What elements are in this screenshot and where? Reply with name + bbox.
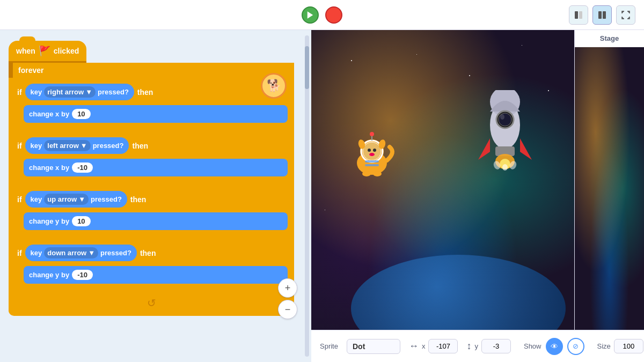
pressed-label-2: pressed?	[93, 142, 124, 150]
hat-block: when 🚩 clicked	[9, 41, 86, 63]
stage-area: Stage	[311, 30, 644, 330]
pressed-label-3: pressed?	[91, 195, 122, 203]
sprite-icon-code: 🐕	[261, 73, 287, 99]
key-dropdown-2[interactable]: left arrow ▼	[44, 140, 90, 151]
zoom-in-button[interactable]: +	[278, 278, 297, 298]
change-y-value-4[interactable]: -10	[72, 270, 93, 280]
then-label-3: then	[130, 195, 147, 204]
size-input[interactable]	[614, 339, 643, 353]
layout-code-button[interactable]	[569, 5, 588, 25]
zoom-controls: + −	[278, 278, 297, 319]
pressed-label-4: pressed?	[100, 249, 131, 257]
then-label-1: then	[137, 88, 153, 97]
stage-thumbnail[interactable]	[575, 47, 644, 330]
if-label-1: if	[17, 88, 22, 97]
svg-point-15	[370, 132, 374, 136]
change-y-block-3: change y by 10	[24, 212, 288, 230]
svg-point-18	[362, 171, 371, 176]
layout-split-button[interactable]	[592, 5, 612, 25]
y-label: y	[474, 342, 478, 350]
svg-marker-0	[308, 11, 313, 19]
svg-rect-1	[575, 11, 578, 19]
key-dropdown-1[interactable]: right arrow ▼	[44, 86, 96, 98]
pressed-label-1: pressed?	[98, 88, 129, 96]
stop-button[interactable]	[325, 6, 342, 24]
svg-point-9	[368, 149, 371, 152]
code-panel: 🐕 when 🚩 clicked forever	[0, 30, 311, 362]
if-block-1-header: if key right arrow ▼ pressed? then	[13, 81, 290, 103]
change-x-block-2: change x by -10	[24, 159, 288, 176]
key-value-3: up arrow	[47, 195, 77, 203]
stage-label: Stage	[575, 30, 644, 47]
key-pressed-1: key right arrow ▼ pressed?	[25, 84, 134, 100]
stage-canvas[interactable]	[311, 30, 574, 330]
change-y-value-3[interactable]: 10	[72, 216, 90, 226]
change-x-label-1: change x by	[29, 110, 69, 118]
x-coord-group: ↔ x	[409, 339, 458, 353]
change-x-value-2[interactable]: -10	[72, 162, 93, 173]
key-label-3: key	[31, 195, 42, 203]
fullscreen-button[interactable]	[616, 5, 635, 25]
change-y-block-4: change y by -10	[24, 266, 288, 284]
blocks-area: 🐕 when 🚩 clicked forever	[0, 30, 303, 362]
if-label-2: if	[17, 142, 22, 150]
control-buttons	[302, 6, 342, 24]
key-dropdown-4[interactable]: down arrow ▼	[44, 247, 98, 258]
y-input[interactable]	[481, 339, 511, 353]
stage-thumb-bg	[575, 47, 644, 330]
main-area: 🐕 when 🚩 clicked forever	[0, 30, 644, 362]
if-block-4-header: if key down arrow ▼ pressed? then	[13, 242, 290, 264]
svg-rect-17	[365, 164, 379, 166]
svg-point-19	[373, 171, 382, 176]
svg-point-10	[373, 149, 376, 152]
svg-rect-16	[365, 160, 379, 162]
if-block-3-header: if key up arrow ▼ pressed? then	[13, 188, 290, 210]
forever-label: forever	[18, 66, 43, 75]
key-label-2: key	[31, 142, 42, 150]
clicked-label: clicked	[54, 47, 79, 55]
bottom-bar: Sprite ↔ x ↕ y Show 👁 ⊘ Size	[311, 330, 644, 362]
key-pressed-4: key down arrow ▼ pressed?	[25, 245, 137, 261]
svg-point-23	[499, 113, 511, 126]
sprite-label: Sprite	[320, 342, 338, 350]
stage-side-panel: Stage	[574, 30, 644, 330]
key-value-1: right arrow	[47, 88, 84, 96]
show-group: Show 👁 ⊘	[524, 338, 584, 355]
x-input[interactable]	[428, 339, 458, 353]
key-label-1: key	[31, 88, 42, 96]
change-x-label-2: change x by	[29, 164, 69, 172]
code-scrollbar[interactable]	[305, 35, 309, 357]
then-label-2: then	[132, 142, 148, 150]
size-group: Size	[597, 339, 643, 353]
flag-icon-small: 🚩	[39, 45, 50, 57]
y-coord-group: ↕ y	[466, 339, 511, 353]
if-block-2-header: if key left arrow ▼ pressed? then	[13, 135, 290, 157]
key-value-2: left arrow	[47, 142, 79, 150]
then-label-4: then	[140, 249, 156, 257]
change-y-label-4: change y by	[29, 271, 69, 279]
change-y-label-3: change y by	[29, 217, 69, 225]
svg-rect-4	[603, 11, 606, 19]
show-button[interactable]: 👁	[546, 338, 563, 355]
dog-sprite[interactable]	[348, 131, 396, 181]
show-label: Show	[524, 342, 541, 350]
rocket-sprite[interactable]	[473, 90, 537, 175]
x-label: x	[422, 342, 426, 350]
zoom-out-button[interactable]: −	[278, 300, 297, 319]
y-axis-icon: ↕	[466, 341, 471, 352]
svg-point-8	[363, 142, 381, 160]
svg-point-11	[369, 153, 375, 156]
layout-controls	[569, 5, 635, 25]
green-flag-button[interactable]	[302, 6, 319, 24]
size-label: Size	[597, 342, 611, 350]
svg-rect-3	[598, 11, 602, 19]
sprite-name-input[interactable]	[347, 339, 400, 354]
if-label-4: if	[17, 249, 22, 257]
key-dropdown-3[interactable]: up arrow ▼	[44, 194, 89, 205]
hide-button[interactable]: ⊘	[567, 338, 584, 355]
key-label-4: key	[31, 249, 42, 257]
change-x-value-1[interactable]: 10	[72, 109, 90, 119]
forever-label-block: forever	[9, 63, 294, 78]
key-value-4: down arrow	[47, 249, 86, 257]
code-scrollbar-thumb[interactable]	[305, 46, 309, 89]
